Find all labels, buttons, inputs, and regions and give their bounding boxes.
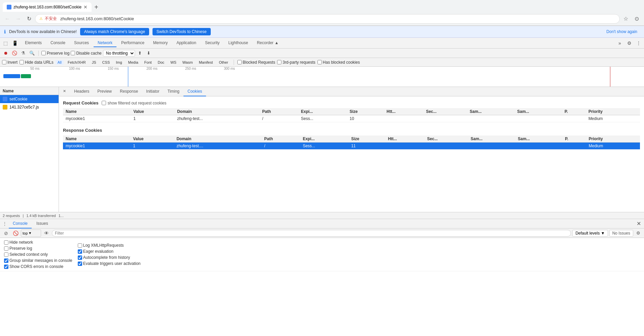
search-button[interactable]: 🔍 — [28, 50, 36, 57]
tab-timing[interactable]: Timing — [163, 87, 183, 96]
new-tab-button[interactable]: + — [94, 3, 98, 11]
throttle-select[interactable]: No throttling — [103, 50, 135, 57]
filter-ws-button[interactable]: WS — [168, 60, 178, 65]
profile-button[interactable]: ⊙ — [632, 14, 641, 24]
res-row-name: mycookie1 — [63, 143, 130, 150]
show-filtered-checkbox[interactable] — [102, 101, 106, 105]
export-button[interactable]: ⬇ — [145, 50, 152, 57]
filter-other-button[interactable]: Other — [217, 60, 230, 65]
context-select[interactable]: top ▼ — [21, 230, 41, 237]
filter-js-button[interactable]: JS — [90, 60, 98, 65]
filter-button[interactable]: ⚗ — [20, 50, 27, 57]
console-level-button[interactable]: Default levels ▼ — [572, 230, 608, 237]
tab-sources[interactable]: Sources — [70, 39, 93, 47]
selected-context-checkbox[interactable] — [4, 252, 8, 257]
res-row-htt — [385, 143, 424, 150]
dont-show-button[interactable]: Don't show again — [604, 28, 640, 35]
third-party-checkbox[interactable] — [277, 60, 281, 64]
res-col-expiry: Expi... — [300, 135, 348, 143]
status-separator: | — [23, 214, 24, 218]
tab-close-button[interactable]: ✕ — [83, 4, 88, 10]
bookmarks-button[interactable]: ☆ — [621, 14, 631, 24]
hide-network-checkbox[interactable] — [4, 240, 8, 245]
inspect-button[interactable]: ⬚ — [1, 39, 9, 47]
res-col-sam2: Sam... — [515, 135, 562, 143]
console-filter-input[interactable] — [52, 230, 571, 237]
eager-eval-checkbox[interactable] — [78, 249, 82, 254]
filter-media-button[interactable]: Media — [126, 60, 140, 65]
browser-tab[interactable]: zhufeng-test.163.com:8080/setCookie ✕ — [3, 2, 92, 12]
has-blocked-checkbox[interactable] — [317, 60, 322, 64]
preserve-log-checkbox[interactable] — [41, 51, 46, 55]
address-bar[interactable]: ⚠ 不安全 zhufeng-test.163.com:8080/setCooki… — [35, 14, 620, 24]
list-item-setCookie[interactable]: setCookie — [0, 95, 59, 103]
console-settings-button[interactable]: ⚙ — [635, 230, 642, 237]
tab-console[interactable]: Console — [46, 39, 69, 47]
log-xml-checkbox[interactable] — [78, 243, 82, 248]
tab-initiator[interactable]: Initiator — [142, 87, 163, 96]
filter-doc-button[interactable]: Doc — [156, 60, 167, 65]
tab-cookies[interactable]: Cookies — [183, 87, 206, 96]
tab-application[interactable]: Application — [172, 39, 200, 47]
record-button[interactable]: ⏺ — [2, 50, 9, 57]
tab-performance[interactable]: Performance — [117, 39, 148, 47]
filter-all-button[interactable]: All — [56, 60, 64, 65]
filter-wasm-button[interactable]: Wasm — [180, 60, 195, 65]
filter-css-button[interactable]: CSS — [100, 60, 112, 65]
tab-security[interactable]: Security — [201, 39, 224, 47]
group-similar-label: Group similar messages in console — [4, 258, 72, 263]
tab-recorder[interactable]: Recorder ▲ — [253, 39, 283, 47]
console-tab-console[interactable]: Console — [9, 219, 32, 228]
blocked-requests-label: Blocked Requests — [237, 60, 275, 65]
console-preserve-log-checkbox[interactable] — [4, 246, 8, 251]
import-button[interactable]: ⬆ — [136, 50, 144, 57]
more-tabs-button[interactable]: » — [616, 39, 624, 47]
always-match-button[interactable]: Always match Chrome's language — [80, 28, 149, 35]
filter-fetch-button[interactable]: Fetch/XHR — [66, 60, 88, 65]
tab-response[interactable]: Response — [116, 87, 142, 96]
switch-devtools-button[interactable]: Switch DevTools to Chinese — [152, 28, 211, 35]
console-menu-icon[interactable]: ⋮ — [1, 220, 8, 227]
invert-checkbox[interactable] — [2, 60, 6, 64]
clear-button[interactable]: 🚫 — [11, 50, 18, 57]
show-cors-checkbox[interactable] — [4, 265, 8, 269]
device-button[interactable]: 📱 — [11, 39, 19, 47]
forward-button[interactable]: → — [13, 14, 23, 24]
tab-preview[interactable]: Preview — [93, 87, 116, 96]
detail-tabs: ✕ Headers Preview Response Initiator Tim… — [59, 87, 644, 96]
list-item-js[interactable]: 141.327ce5c7.js — [0, 103, 59, 111]
filter-img-button[interactable]: Img — [114, 60, 124, 65]
tab-lighthouse[interactable]: Lighthouse — [224, 39, 252, 47]
console-close-button[interactable]: ✕ — [635, 220, 643, 228]
res-col-priority: Priority — [586, 135, 640, 143]
tab-elements[interactable]: Elements — [21, 39, 46, 47]
tab-network[interactable]: Network — [94, 39, 116, 47]
settings-button[interactable]: ⚙ — [625, 39, 633, 47]
tab-headers[interactable]: Headers — [70, 87, 93, 96]
evaluate-triggers-checkbox[interactable] — [78, 262, 82, 266]
table-row[interactable]: mycookie1 1 zhufeng-test... / Sess... 10 — [63, 115, 640, 122]
detail-tab-close-icon[interactable]: ✕ — [59, 87, 70, 96]
back-button[interactable]: ← — [3, 14, 12, 24]
console-issues-button[interactable]: No Issues — [609, 230, 633, 237]
hide-data-checkbox[interactable] — [20, 60, 24, 64]
timeline-cursor — [128, 67, 128, 87]
more-options-button[interactable]: ⋮ — [635, 39, 643, 47]
reload-button[interactable]: ↻ — [24, 14, 34, 24]
console-toolbar: ⊘ 🚫 top ▼ 👁 Default levels ▼ No Issues ⚙ — [0, 228, 644, 238]
group-similar-checkbox[interactable] — [4, 258, 8, 263]
req-col-htt: Htt... — [384, 108, 423, 115]
tab-memory[interactable]: Memory — [149, 39, 172, 47]
console-clear-button[interactable]: ⊘ — [2, 229, 10, 237]
req-col-name: Name — [63, 108, 131, 115]
console-tab-issues[interactable]: Issues — [32, 219, 52, 228]
console-eye-button[interactable]: 👁 — [42, 229, 50, 237]
blocked-requests-checkbox[interactable] — [237, 60, 242, 64]
filter-font-button[interactable]: Font — [142, 60, 154, 65]
console-clear2-button[interactable]: 🚫 — [11, 229, 20, 237]
table-row[interactable]: mycookie1 1 zhufeng-test.... / Sess... 1… — [63, 143, 640, 150]
info-text: DevTools is now available in Chinese! — [9, 29, 77, 34]
autocomplete-checkbox[interactable] — [78, 255, 82, 260]
filter-manifest-button[interactable]: Manifest — [197, 60, 215, 65]
disable-cache-checkbox[interactable] — [71, 51, 75, 55]
